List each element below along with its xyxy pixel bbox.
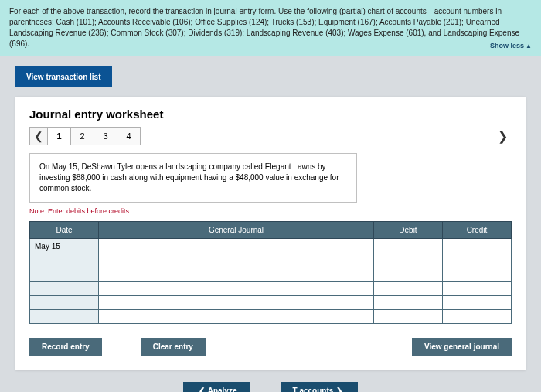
account-cell[interactable] xyxy=(98,296,373,310)
col-header-general-journal: General Journal xyxy=(98,222,373,239)
table-row xyxy=(30,310,512,324)
credit-cell[interactable] xyxy=(442,296,511,310)
instructions-panel: For each of the above transaction, recor… xyxy=(0,0,541,56)
credit-cell[interactable] xyxy=(442,239,511,254)
transaction-description: On May 15, DeShawn Tyler opens a landsca… xyxy=(29,153,357,203)
debit-cell[interactable] xyxy=(373,282,442,296)
debits-credits-note: Note: Enter debits before credits. xyxy=(29,207,512,215)
account-cell[interactable] xyxy=(98,254,373,268)
view-transaction-list-button[interactable]: View transaction list xyxy=(15,66,112,87)
next-entry-button[interactable]: ❯ xyxy=(493,127,512,145)
bottom-nav: ❮Analyze T accounts❯ xyxy=(0,382,541,392)
worksheet-panel: Journal entry worksheet ❮ 1 2 3 4 ❯ On M… xyxy=(15,97,526,370)
show-less-toggle[interactable]: Show less xyxy=(490,41,532,51)
credit-cell[interactable] xyxy=(442,282,511,296)
credit-cell[interactable] xyxy=(442,268,511,282)
col-header-debit: Debit xyxy=(373,222,442,239)
chevron-left-icon: ❮ xyxy=(199,387,205,392)
account-cell[interactable] xyxy=(98,268,373,282)
table-row: May 15 xyxy=(30,239,512,254)
debit-cell[interactable] xyxy=(373,310,442,324)
date-cell: May 15 xyxy=(30,239,99,254)
entry-tab-3[interactable]: 3 xyxy=(94,127,117,145)
analyze-button[interactable]: ❮Analyze xyxy=(183,382,250,392)
debit-cell[interactable] xyxy=(373,296,442,310)
clear-entry-button[interactable]: Clear entry xyxy=(141,338,206,356)
journal-table: Date General Journal Debit Credit May 15 xyxy=(29,221,512,324)
record-entry-button[interactable]: Record entry xyxy=(29,338,102,356)
taccounts-button[interactable]: T accounts❯ xyxy=(281,382,359,392)
entry-tab-2[interactable]: 2 xyxy=(71,127,94,145)
entry-tab-1[interactable]: 1 xyxy=(48,127,71,145)
credit-cell[interactable] xyxy=(442,254,511,268)
col-header-date: Date xyxy=(30,222,99,239)
debit-cell[interactable] xyxy=(373,268,442,282)
table-row xyxy=(30,296,512,310)
col-header-credit: Credit xyxy=(442,222,511,239)
entry-nav: ❮ 1 2 3 4 ❯ xyxy=(29,127,512,145)
view-general-journal-button[interactable]: View general journal xyxy=(412,338,512,356)
credit-cell[interactable] xyxy=(442,310,511,324)
worksheet-title: Journal entry worksheet xyxy=(29,107,512,121)
debit-cell[interactable] xyxy=(373,239,442,254)
table-row xyxy=(30,254,512,268)
chevron-right-icon: ❯ xyxy=(336,387,342,392)
entry-tab-4[interactable]: 4 xyxy=(117,127,141,145)
debit-cell[interactable] xyxy=(373,254,442,268)
instructions-text: For each of the above transaction, recor… xyxy=(9,7,519,48)
table-row xyxy=(30,282,512,296)
account-cell[interactable] xyxy=(98,282,373,296)
action-row: Record entry Clear entry View general jo… xyxy=(29,338,512,356)
account-cell[interactable] xyxy=(98,239,373,254)
account-cell[interactable] xyxy=(98,310,373,324)
prev-entry-button[interactable]: ❮ xyxy=(29,127,48,145)
table-row xyxy=(30,268,512,282)
